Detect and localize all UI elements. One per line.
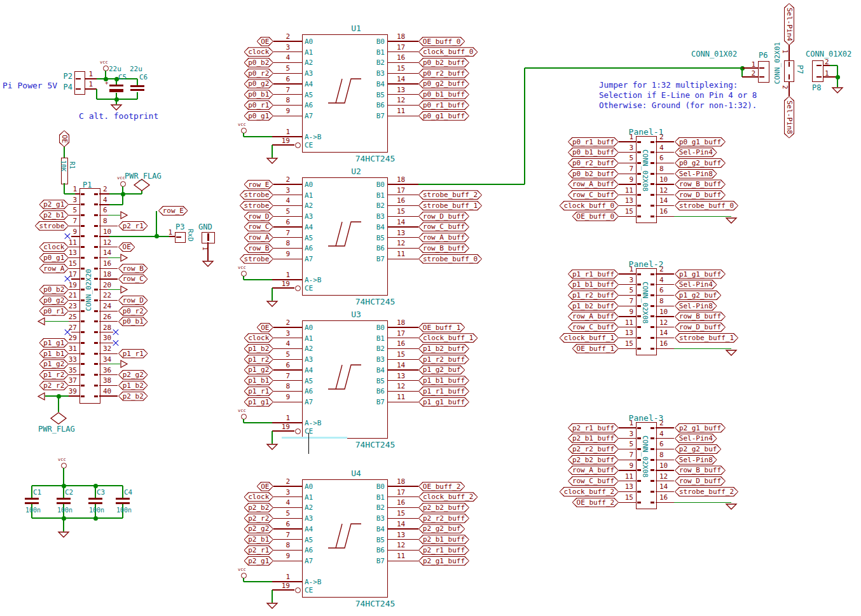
net-label-p0_b1[interactable]: p0_b1 bbox=[244, 90, 274, 99]
panel-title[interactable]: Panel-3 bbox=[629, 414, 664, 422]
net-label-row_B_buff[interactable]: row_B_buff bbox=[418, 243, 469, 253]
net-label-clock_buff_1[interactable]: clock_buff_1 bbox=[418, 333, 478, 343]
net-label-row_A_buff[interactable]: row_A_buff bbox=[418, 233, 469, 242]
net-label-clock[interactable]: clock bbox=[244, 47, 274, 57]
component-value[interactable]: 100n bbox=[116, 507, 132, 514]
net-label-Sel-Pin8[interactable]: Sel-Pin8 bbox=[675, 455, 717, 465]
net-label-OE_buff_2[interactable]: OE_buff_2 bbox=[572, 498, 619, 507]
ref-designator[interactable]: C5 bbox=[118, 74, 127, 81]
net-label-clock[interactable]: clock bbox=[39, 242, 69, 252]
net-label-p1_g1_buff[interactable]: p1_g1_buff bbox=[675, 270, 726, 279]
net-label-p1_r2[interactable]: p1_r2 bbox=[244, 355, 274, 364]
ref-designator[interactable]: R1 bbox=[69, 161, 75, 169]
net-label-p0_r2_buff[interactable]: p0_r2_buff bbox=[568, 158, 619, 168]
net-label-Sel-Pin4[interactable]: Sel-Pin4 bbox=[675, 280, 717, 289]
connector-type[interactable]: CONN_02X20 bbox=[85, 269, 92, 311]
net-label-row_B_buff[interactable]: row_B_buff bbox=[675, 179, 726, 189]
net-label-p2_b2_buff[interactable]: p2_b2_buff bbox=[568, 455, 619, 465]
net-label-p0_g2_buff[interactable]: p0_g2_buff bbox=[418, 79, 469, 88]
net-label-row_D[interactable]: row_D bbox=[118, 296, 148, 305]
net-label-p0_r2_buff[interactable]: p0_r2_buff bbox=[418, 69, 469, 78]
net-label-strobe[interactable]: strobe bbox=[240, 201, 273, 210]
net-label-OE_buff_0[interactable]: OE_buff_0 bbox=[418, 37, 465, 46]
net-label-p2_b2_buff[interactable]: p2_b2_buff bbox=[418, 503, 469, 512]
ref-designator[interactable]: U2 bbox=[351, 167, 361, 175]
net-label-p0_r1[interactable]: p0_r1 bbox=[244, 100, 274, 110]
net-label-row_A[interactable]: row_A bbox=[244, 233, 274, 242]
net-label-p2_b1_buff[interactable]: p2_b1_buff bbox=[568, 434, 619, 443]
net-label-OE_buff_2[interactable]: OE_buff_2 bbox=[418, 482, 465, 491]
net-label-p0_r1_buff[interactable]: p0_r1_buff bbox=[568, 137, 619, 147]
net-label-clock_buff_1[interactable]: clock_buff_1 bbox=[560, 333, 619, 343]
gnd-icon[interactable] bbox=[726, 350, 737, 356]
net-label-p0_b1[interactable]: p0_b1 bbox=[118, 317, 148, 326]
ref-designator[interactable]: C4 bbox=[124, 489, 132, 496]
net-label-clock_buff_2[interactable]: clock_buff_2 bbox=[560, 487, 619, 496]
net-label-strobe_buff_0[interactable]: strobe_buff_0 bbox=[675, 201, 738, 210]
net-label-p1_g1[interactable]: p1_g1 bbox=[244, 397, 274, 407]
net-label-p1_b1_buff[interactable]: p1_b1_buff bbox=[418, 376, 469, 385]
note-jumper-line2[interactable]: Selection if E-Line on Pin 4 or 8 bbox=[599, 92, 757, 100]
net-label-p2_r1[interactable]: p2_r1 bbox=[244, 545, 274, 555]
component-value[interactable]: 100n bbox=[25, 507, 41, 514]
net-label-row_A_buff[interactable]: row_A_buff bbox=[568, 179, 619, 189]
net-label-p2_r1_buff[interactable]: p2_r1_buff bbox=[418, 545, 469, 555]
net-label-p2_r2_buff[interactable]: p2_r2_buff bbox=[568, 444, 619, 454]
net-label-p0_b2[interactable]: p0_b2 bbox=[39, 285, 69, 294]
net-label-OE_buff_0[interactable]: OE_buff_0 bbox=[572, 212, 619, 221]
ref-designator[interactable]: U1 bbox=[351, 24, 361, 32]
ref-designator[interactable]: P1 bbox=[83, 181, 92, 189]
net-label-p1_r1_buff[interactable]: p1_r1_buff bbox=[568, 270, 619, 279]
net-label-p0_b1_buff[interactable]: p0_b1_buff bbox=[568, 147, 619, 157]
component-value[interactable]: 22u bbox=[130, 65, 142, 72]
net-label-Sel-Pin4[interactable]: Sel-Pin4 bbox=[675, 434, 717, 443]
gnd-icon[interactable] bbox=[111, 104, 122, 111]
net-label-p1_b1[interactable]: p1_b1 bbox=[39, 349, 69, 359]
net-label-strobe[interactable]: strobe bbox=[35, 221, 69, 231]
connector-P8-box[interactable] bbox=[812, 60, 823, 82]
net-label-p2_b1_buff[interactable]: p2_b1_buff bbox=[418, 535, 469, 544]
net-label-row_C[interactable]: row_C bbox=[244, 222, 274, 231]
net-label-p2_g2_buf[interactable]: p2_g2_buf bbox=[675, 444, 721, 454]
net-label-p2_b2[interactable]: p2_b2 bbox=[118, 392, 148, 401]
connector-value[interactable]: RxD bbox=[187, 229, 194, 242]
net-label-strobe[interactable]: strobe bbox=[240, 254, 273, 264]
note-jumper-line1[interactable]: Jumper for 1:32 multiplexing: bbox=[599, 81, 738, 90]
net-label-p0_g2[interactable]: p0_g2 bbox=[244, 79, 274, 88]
component-value[interactable]: 74HCT245 bbox=[355, 154, 396, 163]
note-jumper-line3[interactable]: Otherwise: Ground (for non-1:32). bbox=[599, 102, 757, 110]
net-label-Sel-Pin4[interactable]: Sel-Pin4 bbox=[675, 147, 717, 157]
net-label-row_D_buff[interactable]: row_D_buff bbox=[675, 476, 726, 486]
net-label-p1_b1_buff[interactable]: p1_b1_buff bbox=[568, 280, 619, 289]
net-label-row_C_buff[interactable]: row_C_buff bbox=[568, 322, 619, 332]
ref-designator[interactable]: U4 bbox=[351, 469, 361, 477]
net-label-p0_r1_buff[interactable]: p0_r1_buff bbox=[418, 100, 469, 110]
net-label-p1_b2[interactable]: p1_b2 bbox=[118, 381, 148, 390]
component-value[interactable]: 100n bbox=[57, 507, 72, 514]
net-label-p1_r1_buff[interactable]: p1_r1_buff bbox=[418, 387, 469, 396]
pwr-flag-icon[interactable] bbox=[134, 179, 150, 191]
net-label-clock_buff_2[interactable]: clock_buff_2 bbox=[418, 492, 478, 502]
net-label-p0_r2[interactable]: p0_r2 bbox=[244, 69, 274, 78]
component-value[interactable]: 10K bbox=[60, 160, 66, 172]
net-label-OE_buff_1[interactable]: OE_buff_1 bbox=[572, 344, 619, 353]
net-label-OE[interactable]: OE bbox=[118, 242, 135, 252]
net-label-p1_r2_buff[interactable]: p1_r2_buff bbox=[568, 291, 619, 300]
net-label-p1_r2[interactable]: p1_r2 bbox=[39, 370, 69, 380]
panel-title[interactable]: Panel-2 bbox=[629, 260, 664, 268]
ref-designator[interactable]: C1 bbox=[33, 489, 41, 496]
gnd-icon[interactable] bbox=[832, 87, 843, 93]
net-label-strobe_buff_1[interactable]: strobe_buff_1 bbox=[418, 201, 482, 210]
net-label-Sel-Pin8[interactable]: Sel-Pin8 bbox=[784, 96, 794, 139]
component-value[interactable]: 100n bbox=[89, 507, 104, 514]
net-label-p1_g2_buf[interactable]: p1_g2_buf bbox=[418, 365, 465, 374]
gnd-icon[interactable] bbox=[202, 261, 214, 267]
net-label-row_B[interactable]: row_B bbox=[118, 264, 148, 273]
ref-designator[interactable]: P3 bbox=[176, 223, 184, 231]
net-label-row_E[interactable]: row_E bbox=[244, 180, 274, 189]
net-label-row_C_buff[interactable]: row_C_buff bbox=[568, 190, 619, 200]
net-label-strobe_buff_2[interactable]: strobe_buff_2 bbox=[418, 190, 482, 200]
net-label-p0_g1[interactable]: p0_g1 bbox=[244, 111, 274, 121]
net-label-OE[interactable]: OE bbox=[257, 323, 273, 332]
net-label-p0_r1[interactable]: p0_r1 bbox=[39, 306, 69, 316]
